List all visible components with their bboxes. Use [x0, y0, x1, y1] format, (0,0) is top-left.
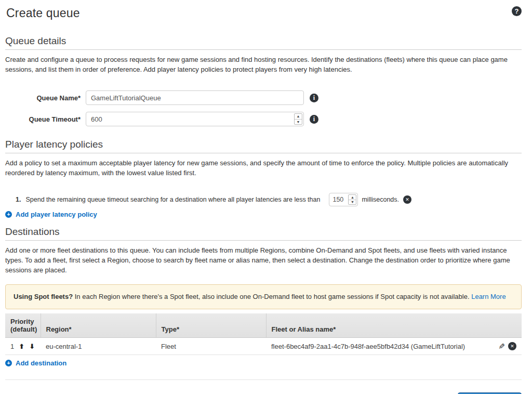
spinner-down-icon[interactable]: ▼ — [295, 120, 302, 125]
priority-header-line1: Priority — [10, 318, 35, 325]
priority-column-header: Priority (default) — [5, 313, 41, 338]
priority-cell: 1 ⬆ ⬇ — [5, 338, 41, 355]
queue-timeout-input[interactable] — [86, 112, 304, 126]
type-column-header: Type* — [156, 313, 266, 338]
priority-header-line2: (default) — [10, 325, 35, 333]
queue-timeout-row: Queue Timeout* ▲ ▼ i — [5, 112, 522, 126]
destinations-table: Priority (default) Region* Type* Fleet o… — [5, 313, 522, 355]
queue-name-row: Queue Name* i — [5, 90, 522, 105]
page-title: Create queue — [6, 6, 80, 20]
plus-icon: + — [5, 211, 12, 218]
help-icon[interactable]: ? — [512, 6, 522, 16]
queue-details-form: Queue Name* i Queue Timeout* ▲ ▼ i — [5, 90, 522, 126]
remove-policy-icon[interactable]: ✕ — [403, 195, 411, 204]
queue-timeout-stepper: ▲ ▼ — [86, 112, 304, 126]
destinations-heading: Destinations — [5, 226, 522, 241]
policy-index: 1. — [16, 196, 21, 203]
move-up-icon[interactable]: ⬆ — [19, 343, 24, 350]
spot-note-text: In each Region where there's a Spot flee… — [73, 293, 471, 300]
fleet-cell: fleet-6bec4af9-2aa1-4c7b-948f-aee5bfb42d… — [266, 338, 522, 355]
add-link-label: Add destination — [16, 359, 66, 367]
create-queue-page: Create queue ? Queue details Create and … — [0, 0, 532, 394]
spot-note-bold: Using Spot fleets? — [14, 293, 73, 300]
section-divider — [5, 379, 522, 380]
fleet-column-header: Fleet or Alias name* — [266, 313, 522, 338]
queue-name-input[interactable] — [86, 90, 304, 105]
add-player-latency-policy-link[interactable]: + Add player latency policy — [5, 211, 97, 218]
latency-policies-description: Add a policy to set a maximum acceptable… — [5, 158, 522, 178]
type-cell: Fleet — [156, 338, 266, 355]
spinner-up-icon[interactable]: ▲ — [295, 114, 302, 120]
remove-destination-icon[interactable]: ✕ — [508, 342, 516, 350]
number-spinner: ▲ ▼ — [294, 113, 302, 125]
policy-text-before: Spend the remaining queue timeout search… — [25, 196, 320, 203]
info-icon[interactable]: i — [310, 115, 318, 124]
latency-value-stepper: ▲ ▼ — [329, 193, 358, 206]
destinations-description: Add one or more fleet destinations to th… — [5, 245, 522, 275]
spot-fleets-note: Using Spot fleets? In each Region where … — [5, 284, 522, 309]
queue-details-heading: Queue details — [5, 35, 522, 50]
queue-timeout-label: Queue Timeout* — [5, 115, 81, 123]
latency-policies-heading: Player latency policies — [5, 139, 522, 153]
move-down-icon[interactable]: ⬇ — [29, 343, 35, 350]
queue-details-description: Create and configure a queue to process … — [5, 55, 522, 74]
queue-name-label: Queue Name* — [5, 94, 81, 102]
table-header-row: Priority (default) Region* Type* Fleet o… — [5, 313, 522, 338]
learn-more-link[interactable]: Learn More — [471, 293, 506, 300]
priority-value: 1 — [10, 343, 14, 350]
fleet-name: fleet-6bec4af9-2aa1-4c7b-948f-aee5bfb42d… — [271, 343, 498, 350]
policy-text-after: milliseconds. — [362, 196, 399, 203]
region-column-header: Region* — [41, 313, 156, 338]
add-destination-link[interactable]: + Add destination — [5, 359, 66, 367]
add-link-label: Add player latency policy — [16, 211, 97, 218]
plus-icon: + — [5, 360, 12, 366]
region-cell: eu-central-1 — [41, 338, 156, 355]
page-header: Create queue ? — [5, 4, 522, 20]
spinner-down-icon[interactable]: ▼ — [349, 200, 356, 205]
info-icon[interactable]: i — [310, 94, 318, 102]
edit-destination-icon[interactable]: ✎ — [497, 343, 507, 350]
number-spinner: ▲ ▼ — [348, 194, 356, 205]
latency-policy-row: 1. Spend the remaining queue timeout sea… — [5, 193, 522, 206]
spinner-up-icon[interactable]: ▲ — [349, 195, 356, 200]
destination-table-row: 1 ⬆ ⬇ eu-central-1 Fleet fleet-6bec4af9-… — [5, 338, 522, 355]
